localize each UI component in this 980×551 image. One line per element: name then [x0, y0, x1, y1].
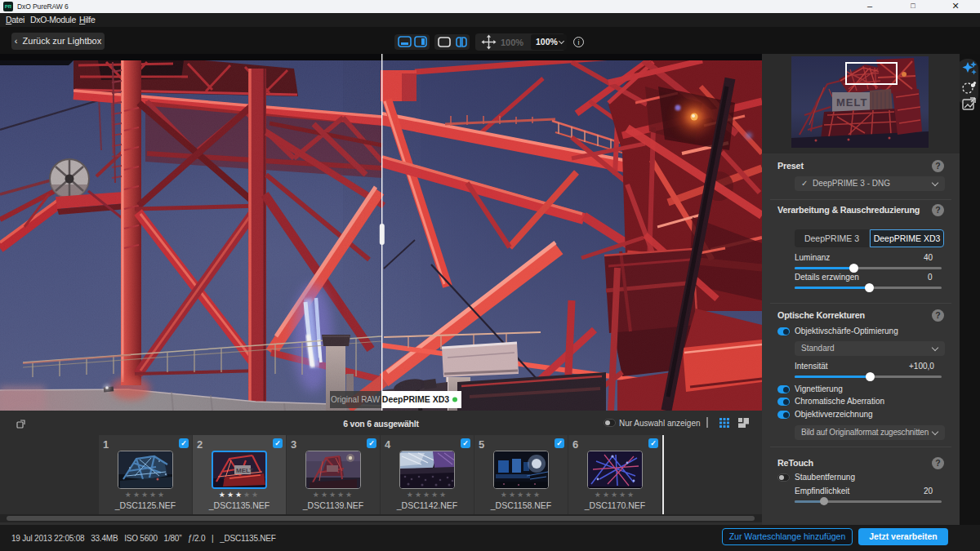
svg-text:Original RAW: Original RAW: [331, 395, 381, 404]
svg-text:MELT: MELT: [236, 467, 253, 474]
svg-text:100%: 100%: [501, 38, 523, 47]
svg-text:DeepPRIME XD3: DeepPRIME XD3: [382, 394, 449, 404]
